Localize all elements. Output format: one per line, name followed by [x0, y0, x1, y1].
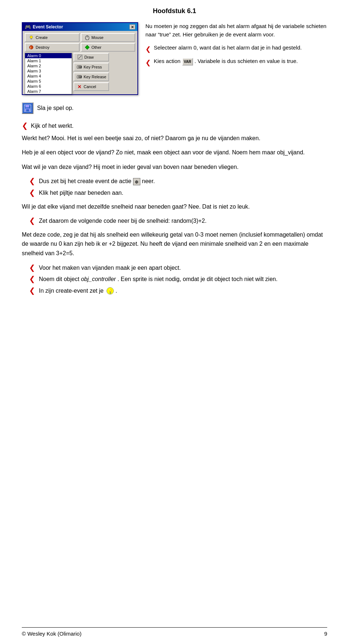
- titlebar-label: Event Selector: [33, 24, 63, 29]
- key-press-button[interactable]: ⌨ Key Press: [73, 63, 109, 71]
- werkt-para: Werkt het? Mooi. Het is wel een beetje s…: [22, 134, 327, 143]
- red-bullet-1: ❮: [22, 121, 28, 130]
- svg-text:⌨: ⌨: [78, 75, 82, 79]
- destroy-icon: !: [28, 44, 34, 50]
- cancel-icon: ✕: [76, 84, 82, 90]
- mouse-label: Mouse: [92, 35, 104, 40]
- alarm-item-1[interactable]: Alarm 1: [25, 58, 72, 63]
- snelheid-para: Wil je dat elke vijand met dezelfde snel…: [22, 202, 327, 212]
- alarm-item-2[interactable]: Alarm 2: [25, 63, 72, 68]
- speed-text: Zet daarom de volgende code neer bij de …: [39, 216, 206, 226]
- svg-rect-14: [25, 105, 29, 107]
- key-release-icon: ⌨: [76, 74, 82, 80]
- controller-bullet-2: ❮ Noem dit object obj_controller . Een s…: [29, 274, 327, 284]
- svg-rect-16: [26, 109, 29, 111]
- other-button[interactable]: Other: [81, 43, 136, 52]
- draw-icon: [77, 54, 83, 60]
- alarm-item-5[interactable]: Alarm 5: [25, 79, 72, 84]
- bullet-icon-1: ❮: [145, 44, 151, 54]
- svg-point-0: [30, 36, 33, 39]
- red-bullet-2: ❮: [29, 177, 35, 185]
- lightbulb-small-icon: 💡: [107, 287, 114, 295]
- intro-bullet2: ❮ Kies action VAR . Variabele is dus sch…: [145, 57, 327, 68]
- key-press-icon: ⌨: [76, 64, 82, 70]
- bullet-icon-2: ❮: [145, 58, 151, 68]
- red-bullet-7: ❮: [29, 286, 35, 295]
- lightbulb-icon: [28, 35, 34, 40]
- alarm-item-0[interactable]: Alarm 0: [25, 53, 72, 58]
- intro-bullet1: ❮ Selecteer alarm 0, want dat is het ala…: [145, 44, 327, 54]
- top-section: 🎮 Event Selector ✕ Create Mouse: [22, 22, 327, 95]
- controller-text-2: Noem dit object obj_controller . Een spr…: [39, 274, 277, 284]
- intro-text: Nu moeten je nog zeggen dat als het alar…: [145, 22, 327, 71]
- intro-para1: Nu moeten je nog zeggen dat als het alar…: [145, 22, 327, 39]
- cancel-label: Cancel: [84, 84, 96, 89]
- kijk-bullet: ❮ Kijk of het werkt.: [22, 121, 327, 131]
- alarm-dropdown[interactable]: Alarm 0 Alarm 1 Alarm 2 Alarm 3 Alarm 4 …: [25, 53, 72, 94]
- second-row: ✕ X Alarm 0 Alarm 1 Alarm 2 Alarm 3 Alar…: [25, 53, 135, 91]
- controller-text-1: Voor het maken van vijanden maak je een …: [39, 263, 181, 273]
- event-selector-window: 🎮 Event Selector ✕ Create Mouse: [22, 22, 138, 95]
- intro-bullet2-text: Kies action VAR . Variabele is dus schie…: [154, 57, 298, 66]
- cancel-button[interactable]: ✕ Cancel: [73, 82, 109, 91]
- create-bullet-1: ❮ Dus zet bij het create event de actie …: [29, 177, 327, 186]
- svg-marker-6: [85, 45, 89, 50]
- destroy-label: Destroy: [36, 45, 49, 50]
- svg-line-8: [79, 56, 81, 59]
- intro-bullet1-text: Selecteer alarm 0, want dat is het alarm…: [154, 44, 302, 52]
- code-para: Met deze code, zeg je dat hij als snelhe…: [22, 230, 327, 258]
- mouse-button[interactable]: Mouse: [81, 33, 136, 42]
- save-section: Sla je spel op.: [22, 102, 327, 114]
- destroy-button[interactable]: ! Destroy: [25, 43, 80, 52]
- svg-text:!: !: [30, 46, 31, 50]
- window-close-button[interactable]: ✕: [129, 24, 135, 29]
- footer-copyright: © Wesley Kok (Olimario): [22, 631, 81, 637]
- red-bullet-3: ❮: [29, 188, 35, 197]
- draw-button[interactable]: Draw: [73, 53, 109, 62]
- footer-page-number: 9: [324, 631, 327, 637]
- controller-bullet-1: ❮ Voor het maken van vijanden maak je ee…: [29, 263, 327, 273]
- controller-bullet-3: ❮ In zijn create-event zet je 💡 .: [29, 286, 327, 296]
- create-bullet-text: Dus zet bij het create event de actie ❄ …: [39, 177, 155, 186]
- key-press-label: Key Press: [84, 65, 102, 69]
- draw-label: Draw: [84, 55, 94, 59]
- button-grid: Create Mouse ! Destroy: [25, 33, 135, 52]
- alarm-item-4[interactable]: Alarm 4: [25, 74, 72, 79]
- snowflake-icon: ❄: [133, 178, 140, 185]
- svg-text:⌨: ⌨: [78, 66, 82, 69]
- speed-bullet: ❮ Zet daarom de volgende code neer bij d…: [29, 216, 327, 226]
- var-icon: VAR: [182, 58, 193, 66]
- create-bullets: ❮ Dus zet bij het create event de actie …: [29, 177, 327, 197]
- svg-rect-1: [31, 39, 32, 39]
- event-right-buttons: Draw ⌨ Key Press ⌨ Key Release: [73, 53, 109, 91]
- controller-bullets: ❮ Voor het maken van vijanden maak je ee…: [29, 263, 327, 296]
- window-titlebar: 🎮 Event Selector ✕: [23, 23, 137, 31]
- alarm-item-7[interactable]: Alarm 7: [25, 89, 72, 94]
- titlebar-icon: 🎮: [25, 24, 31, 30]
- other-label: Other: [92, 45, 102, 50]
- red-bullet-6: ❮: [29, 274, 35, 283]
- mouse-icon: [84, 35, 90, 40]
- save-icon: [22, 102, 33, 114]
- alarm-area: ✕ X Alarm 0 Alarm 1 Alarm 2 Alarm 3 Alar…: [25, 53, 72, 91]
- window-body: Create Mouse ! Destroy: [23, 31, 137, 94]
- red-bullet-5: ❮: [29, 263, 35, 272]
- alarm-item-6[interactable]: Alarm 6: [25, 84, 72, 89]
- controller-text-3: In zijn create-event zet je 💡 .: [39, 286, 117, 296]
- object-para: Heb je al een object voor de vijand? Zo …: [22, 148, 327, 157]
- create-label: Create: [36, 35, 48, 40]
- page-title: Hoofdstuk 6.1: [22, 7, 327, 15]
- red-bullet-4: ❮: [29, 216, 35, 225]
- key-release-label: Key Release: [84, 75, 106, 79]
- alarm-item-3[interactable]: Alarm 3: [25, 68, 72, 74]
- save-text: Sla je spel op.: [37, 105, 74, 111]
- key-release-button[interactable]: ⌨ Key Release: [73, 72, 109, 81]
- create-button[interactable]: Create: [25, 33, 80, 42]
- arrow-bullet-text: Klik het pijltje naar beneden aan.: [39, 188, 123, 198]
- vijand-para: Wat wil je van deze vijand? Hij moet in …: [22, 162, 327, 172]
- arrow-bullet: ❮ Klik het pijltje naar beneden aan.: [29, 188, 327, 198]
- speed-bullet-item: ❮ Zet daarom de volgende code neer bij d…: [29, 216, 327, 226]
- page-footer: © Wesley Kok (Olimario) 9: [22, 627, 327, 637]
- main-content: ❮ Kijk of het werkt. Werkt het? Mooi. He…: [22, 121, 327, 295]
- diamond-icon: [84, 44, 90, 50]
